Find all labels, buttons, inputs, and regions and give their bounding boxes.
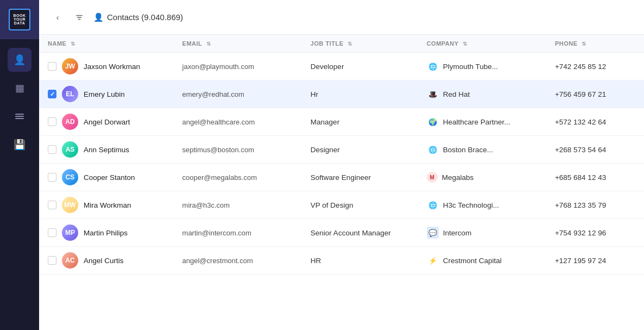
- back-button[interactable]: ‹: [50, 10, 65, 25]
- cell-job-title: Designer: [302, 136, 418, 164]
- cell-job-title: Senior Account Manager: [302, 219, 418, 247]
- avatar: AS: [62, 141, 78, 158]
- cell-company: 🎩 Red Hat: [418, 80, 546, 108]
- company-name: Crestmont Capital: [443, 257, 502, 265]
- company-name: Boston Brace...: [443, 146, 493, 154]
- sidebar-item-list[interactable]: [8, 104, 31, 128]
- topbar: ‹ 👤 Contacts (9.040.869): [39, 0, 644, 35]
- col-header-job-title[interactable]: JOB TITLE ⇅: [302, 35, 418, 53]
- cell-job-title: VP of Design: [302, 191, 418, 219]
- main-content: ‹ 👤 Contacts (9.040.869) NAME ⇅ EMAIL: [39, 0, 644, 330]
- avatar: MP: [62, 225, 78, 241]
- company-logo: 💬: [427, 227, 439, 239]
- company-logo: 🎩: [427, 88, 439, 100]
- cell-email: emery@redhat.com: [174, 80, 302, 108]
- logo-line2: YOUR: [14, 17, 26, 21]
- cell-job-title: Developer: [302, 53, 418, 80]
- avatar: AC: [62, 252, 78, 269]
- cell-company: 💬 Intercom: [418, 219, 546, 247]
- row-checkbox[interactable]: [48, 173, 56, 182]
- cell-name: AS Ann Septimus: [39, 136, 174, 164]
- company-logo: 🌐: [427, 144, 439, 155]
- cell-name: AC Angel Curtis: [39, 247, 174, 275]
- app-logo: BOOK YOUR DATA: [0, 0, 39, 39]
- company-logo: 🌐: [427, 60, 439, 72]
- table-row[interactable]: JW Jaxson Workman jaxon@playmouth.com De…: [39, 53, 644, 80]
- sidebar-item-contacts[interactable]: 👤: [8, 48, 31, 72]
- avatar: JW: [62, 58, 78, 74]
- cell-job-title: Manager: [302, 108, 418, 136]
- row-checkbox[interactable]: [48, 201, 56, 209]
- row-checkbox[interactable]: [48, 145, 56, 154]
- logo-line1: BOOK: [14, 14, 26, 17]
- cell-company: 🌍 Healthcare Partner...: [418, 108, 546, 136]
- cell-phone: +754 932 12 96: [546, 219, 644, 247]
- cell-email: septimus@boston.com: [174, 136, 302, 164]
- cell-name: CS Cooper Stanton: [39, 164, 174, 191]
- cell-job-title: HR: [302, 247, 418, 275]
- cell-email: angel@healthcare.com: [174, 108, 302, 136]
- cell-company: 🌐 H3c Technologi...: [418, 191, 546, 219]
- sort-arrow-phone: ⇅: [582, 41, 586, 47]
- row-checkbox[interactable]: [48, 228, 56, 237]
- cell-name: AD Angel Dorwart: [39, 108, 174, 136]
- row-checkbox[interactable]: [48, 256, 56, 265]
- avatar: AD: [62, 114, 78, 130]
- contacts-icon: 👤: [14, 54, 26, 66]
- row-checkbox[interactable]: [48, 117, 56, 126]
- cell-company: M Megalabs: [418, 164, 546, 191]
- sidebar-item-table[interactable]: ▦: [8, 76, 31, 100]
- table-row[interactable]: AD Angel Dorwart angel@healthcare.com Ma…: [39, 108, 644, 136]
- filter-button[interactable]: [72, 10, 87, 25]
- cell-job-title: Software Engineer: [302, 164, 418, 191]
- cell-company: 🌐 Plymouth Tube...: [418, 53, 546, 80]
- cell-phone: +572 132 42 64: [546, 108, 644, 136]
- company-name: Healthcare Partner...: [443, 118, 510, 126]
- table-row[interactable]: AS Ann Septimus septimus@boston.com Desi…: [39, 136, 644, 164]
- contacts-count-label: Contacts (9.040.869): [107, 13, 183, 22]
- cell-name: JW Jaxson Workman: [39, 53, 174, 80]
- company-name: Red Hat: [443, 90, 470, 98]
- topbar-title: 👤 Contacts (9.040.869): [93, 13, 183, 22]
- company-name: Intercom: [443, 229, 472, 237]
- contact-name: Mira Workman: [84, 201, 131, 209]
- row-checkbox[interactable]: [48, 62, 56, 71]
- cell-job-title: Hr: [302, 80, 418, 108]
- cell-email: mira@h3c.com: [174, 191, 302, 219]
- row-checkbox[interactable]: [48, 90, 56, 98]
- table-row[interactable]: CS Cooper Stanton cooper@megalabs.com So…: [39, 164, 644, 191]
- table-row[interactable]: MW Mira Workman mira@h3c.com VP of Desig…: [39, 191, 644, 219]
- col-header-email[interactable]: EMAIL ⇅: [174, 35, 302, 53]
- col-header-company[interactable]: COMPANY ⇅: [418, 35, 546, 53]
- sidebar-nav: 👤 ▦ 💾: [0, 39, 39, 157]
- cell-phone: +685 684 12 43: [546, 164, 644, 191]
- contact-name: Angel Dorwart: [84, 118, 130, 126]
- contact-name: Martin Philips: [84, 229, 128, 237]
- contact-name: Ann Septimus: [84, 146, 129, 154]
- table-row[interactable]: MP Martin Philips martin@intercom.com Se…: [39, 219, 644, 247]
- contacts-table: NAME ⇅ EMAIL ⇅ JOB TITLE ⇅ COMPANY ⇅: [39, 35, 644, 275]
- cell-email: cooper@megalabs.com: [174, 164, 302, 191]
- avatar: EL: [62, 86, 78, 102]
- cell-phone: +768 123 35 79: [546, 191, 644, 219]
- col-header-name[interactable]: NAME ⇅: [39, 35, 174, 53]
- sidebar-item-save[interactable]: 💾: [8, 133, 31, 157]
- cell-company: ⚡ Crestmont Capital: [418, 247, 546, 275]
- company-name: H3c Technologi...: [443, 201, 499, 209]
- logo-box: BOOK YOUR DATA: [9, 9, 30, 30]
- company-name: Plymouth Tube...: [443, 63, 498, 71]
- list-icon: [15, 114, 24, 119]
- sort-arrow-email: ⇅: [206, 41, 211, 47]
- company-logo: ⚡: [427, 254, 439, 266]
- company-name: Megalabs: [442, 173, 474, 182]
- cell-phone: +127 195 97 24: [546, 247, 644, 275]
- table-row[interactable]: AC Angel Curtis angel@crestmont.com HR ⚡…: [39, 247, 644, 275]
- sort-arrow-company: ⇅: [463, 41, 468, 47]
- cell-name: MW Mira Workman: [39, 191, 174, 219]
- sidebar: BOOK YOUR DATA 👤 ▦ 💾: [0, 0, 39, 330]
- col-header-phone[interactable]: PHONE ⇅: [546, 35, 644, 53]
- cell-phone: +742 245 85 12: [546, 53, 644, 80]
- cell-company: 🌐 Boston Brace...: [418, 136, 546, 164]
- sort-arrow-name: ⇅: [71, 41, 75, 47]
- table-row[interactable]: EL Emery Lubin emery@redhat.com Hr 🎩 Red…: [39, 80, 644, 108]
